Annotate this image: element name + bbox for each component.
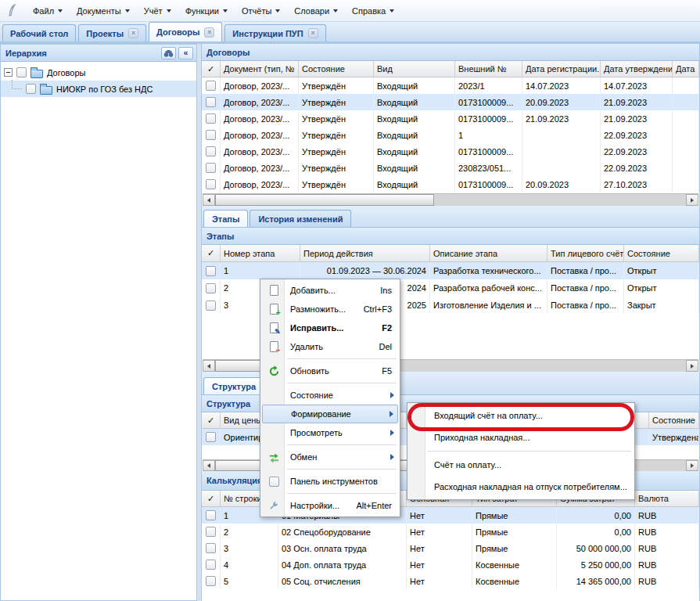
table-row[interactable]: 505 Соц. отчисленияНетКосвенные14 365 00… [202,573,699,589]
column-header[interactable]: Дата утверждения [601,61,673,77]
menu-item-generate[interactable]: Формирование [262,405,398,423]
close-icon[interactable]: × [308,28,318,38]
close-icon[interactable]: × [204,27,214,38]
menu-item-duplicate[interactable]: +Размножить...Ctrl+F3 [262,300,398,318]
cell: Изготовление Изделия и ... [430,297,547,314]
menu-item-edit[interactable]: ✎Исправить...F2 [262,318,398,337]
table-row[interactable]: Договор, 2023/...УтверждёнВходящий017310… [202,94,699,110]
column-header[interactable]: Состояние [299,61,374,77]
table-row[interactable]: Договор, 2023/...УтверждёнВходящий2023/1… [202,77,699,94]
tab-stages[interactable]: Этапы [203,210,248,227]
tab-desktop[interactable]: Рабочий стол [2,24,76,41]
scroll-left-button[interactable] [203,460,215,471]
tab-pup-instructions[interactable]: Инструкции ПУП× [224,24,325,41]
menu-item-toolbar[interactable]: Панель инструментов [262,472,398,491]
cell: Косвенные [472,573,557,589]
column-header[interactable]: Дата [673,61,699,77]
menu-label: Справка [352,6,386,16]
row-checkbox[interactable] [206,81,216,91]
column-header[interactable]: Валюта [635,491,699,506]
menu-file[interactable]: Файл [26,2,70,20]
scroll-right-button[interactable] [686,194,698,206]
row-checkbox[interactable] [206,543,216,553]
row-checkbox[interactable] [206,527,216,537]
scroll-thumb[interactable] [215,194,434,206]
scroll-track[interactable] [434,194,686,206]
tree-checkbox[interactable] [16,67,27,77]
scroll-left-button[interactable] [203,194,215,206]
cell [522,127,601,143]
tree-expander-icon[interactable] [4,68,13,77]
close-icon[interactable]: × [128,28,138,38]
tree-item-contracts[interactable]: Договоры [1,64,196,81]
column-header[interactable]: Период действия [300,245,430,261]
row-checkbox[interactable] [206,146,216,157]
row-checkbox[interactable] [206,283,216,293]
menu-item-delete[interactable]: −УдалитьDel [262,337,398,356]
row-checkbox[interactable] [206,113,216,124]
submenu-item-issue-note[interactable]: Расходная накладная на отпуск потребител… [409,476,633,498]
menu-help[interactable]: Справка [345,2,401,20]
column-header[interactable]: Тип лицевого счёт [547,245,624,261]
scroll-track[interactable] [372,360,686,372]
table-row[interactable]: Договор, 2023/...УтверждёнВходящий230823… [202,160,699,176]
row-checkbox[interactable] [206,432,216,442]
scroll-left-button[interactable] [203,360,215,372]
table-row[interactable]: 101.09.2023 — 30.06.2024Разработка техни… [202,262,699,279]
contracts-panel-header: Договоры [202,44,699,61]
menu-item-add[interactable]: Добавить...Ins [262,281,398,300]
row-checkbox[interactable] [206,266,216,276]
menu-item-label: Размножить... [285,304,364,314]
app-logo-icon [5,4,20,18]
menu-accounting[interactable]: Учёт [137,2,178,20]
tab-change-history[interactable]: История изменений [249,210,351,227]
table-row[interactable]: 202 СпецоборудованиеНетПрямые0,00RUB [202,524,699,540]
row-checkbox[interactable] [206,179,216,189]
column-header[interactable]: Вид [374,61,455,77]
scroll-right-button[interactable] [686,460,698,471]
menu-item-refresh[interactable]: ОбновитьF5 [262,362,398,380]
row-checkbox[interactable] [206,163,216,173]
column-header[interactable]: Состояние [649,412,699,428]
table-row[interactable]: 303 Осн. оплата трудаНетПрямые50 000 000… [202,540,699,556]
column-header[interactable]: Состояние [624,245,699,261]
menu-reports[interactable]: Отчёты [235,2,287,20]
row-checkbox[interactable] [206,576,216,586]
row-checkbox[interactable] [206,130,216,140]
tab-label: История изменений [258,214,343,224]
table-row[interactable]: Договор, 2023/...УтверждёнВходящий017310… [202,143,699,160]
column-header[interactable]: Внешний № [455,61,522,77]
column-header[interactable]: Дата регистрации. [522,61,601,77]
collapse-panel-icon[interactable]: « [178,47,193,59]
tab-structure[interactable]: Структура [203,377,264,394]
menu-item-exchange[interactable]: Обмен [262,448,398,466]
menu-item-view[interactable]: Просмотреть [262,423,398,442]
submenu-item-receipt-note[interactable]: Приходная накладная... [409,426,633,448]
menu-label: Функции [185,6,219,16]
column-header[interactable]: Номер этапа [221,245,300,261]
table-row[interactable]: Договор, 2023/...УтверждёнВходящий017310… [202,110,699,127]
table-row[interactable]: Договор, 2023/...УтверждёнВходящий017310… [202,176,699,193]
tab-contracts[interactable]: Договоры× [149,22,222,41]
row-checkbox[interactable] [206,97,216,107]
tree-item-niokr[interactable]: НИОКР по ГОЗ без НДС [1,81,196,97]
row-checkbox[interactable] [206,300,216,311]
column-header[interactable]: Описание этапа [430,245,547,261]
submenu-item-incoming-invoice[interactable]: Входящий счёт на оплату... [409,405,633,426]
menu-dictionaries[interactable]: Словари [287,2,345,20]
menu-item-settings[interactable]: Настройки...Alt+Enter [262,496,398,515]
menu-item-state[interactable]: Состояние [262,386,398,405]
table-row[interactable]: 404 Доп. оплата трудаНетКосвенные5 250 0… [202,556,699,573]
column-header[interactable]: Документ (тип, № [221,61,299,77]
tab-projects[interactable]: Проекты× [78,24,146,41]
contracts-hscrollbar[interactable] [203,193,698,206]
search-icon[interactable] [161,47,176,59]
scroll-right-button[interactable] [686,360,698,372]
menu-documents[interactable]: Документы [70,2,137,20]
row-checkbox[interactable] [206,560,216,570]
row-checkbox[interactable] [206,510,216,520]
submenu-item-invoice[interactable]: Счёт на оплату... [409,454,633,476]
table-row[interactable]: Договор, 2023/...УтверждёнВходящий122.09… [202,127,699,143]
menu-functions[interactable]: Функции [178,2,235,20]
tree-checkbox[interactable] [26,84,36,94]
